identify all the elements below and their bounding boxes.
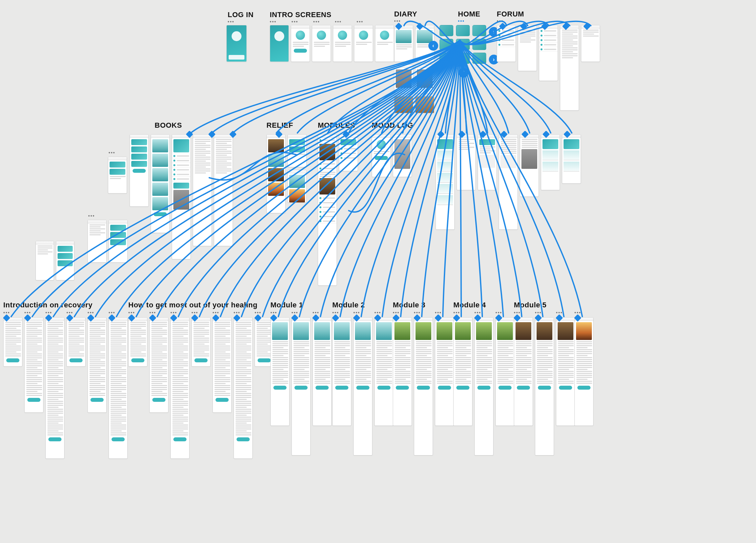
screen-modules-2[interactable] — [339, 134, 358, 171]
screen-intro-1[interactable] — [270, 25, 289, 62]
screen-diary-3[interactable] — [394, 64, 413, 93]
screen-books-b3[interactable] — [172, 134, 191, 259]
screen-diary-6[interactable] — [415, 96, 434, 113]
screen-module[interactable] — [3, 317, 22, 367]
screen-books-b4[interactable] — [193, 134, 212, 246]
screen-module[interactable] — [24, 317, 43, 413]
screen-books-a3[interactable] — [109, 220, 128, 262]
screen-module[interactable] — [234, 317, 253, 459]
screen-misc-2[interactable] — [56, 241, 74, 281]
section-label-moodlog: MOOD LOG — [372, 121, 413, 130]
screen-forum-4[interactable] — [560, 25, 579, 111]
ellipsis-icon: ••• — [335, 19, 342, 24]
screen-module[interactable] — [474, 317, 493, 456]
screen-forum-5[interactable] — [581, 25, 600, 62]
screen-mood-5[interactable] — [478, 134, 497, 190]
screen-module[interactable] — [514, 317, 533, 426]
screen-books-a2[interactable] — [88, 220, 107, 262]
home-hub[interactable]: › ‹ › ˄ — [440, 25, 489, 74]
screen-intro-2[interactable] — [291, 25, 310, 62]
screen-intro-4[interactable] — [333, 25, 352, 62]
screen-books-b2[interactable] — [151, 134, 170, 233]
screen-diary-5[interactable] — [394, 96, 413, 113]
flow-canvas[interactable]: LOG IN INTRO SCREENS DIARY HOME FORUM BO… — [0, 0, 756, 543]
screen-module[interactable] — [495, 317, 515, 426]
section-label-intro: INTRO SCREENS — [270, 11, 331, 19]
screen-module[interactable] — [191, 317, 211, 367]
screen-module[interactable] — [435, 317, 454, 426]
screen-modules-1[interactable] — [318, 134, 337, 286]
chevron-left-icon[interactable]: ‹ — [428, 41, 438, 51]
screen-module[interactable] — [414, 317, 433, 456]
screen-mood-1[interactable] — [372, 134, 391, 177]
screen-relief-2[interactable] — [288, 134, 307, 167]
screen-books-a1[interactable] — [108, 157, 127, 193]
screen-module[interactable] — [574, 317, 593, 426]
screen-login[interactable] — [226, 25, 247, 62]
screen-forum-3[interactable] — [539, 25, 558, 81]
section-label-login: LOG IN — [228, 11, 254, 19]
screen-module[interactable] — [393, 317, 412, 426]
connection-wires — [0, 0, 756, 543]
screen-module[interactable] — [270, 317, 290, 426]
ellipsis-icon: ••• — [458, 18, 465, 24]
section-label-mod3: Module 3 — [393, 301, 425, 309]
screen-mood-9[interactable] — [562, 134, 581, 184]
screen-forum-2[interactable] — [518, 25, 537, 71]
screen-diary-4[interactable] — [415, 64, 434, 93]
screen-module[interactable] — [45, 317, 64, 459]
section-label-forum: FORUM — [497, 10, 524, 18]
section-label-home: HOME — [458, 10, 480, 18]
screen-diary-1[interactable] — [394, 25, 413, 62]
screen-mood-4[interactable] — [457, 134, 476, 190]
ellipsis-icon: ••• — [270, 19, 277, 24]
section-label-relief: RELIEF — [266, 121, 293, 130]
ellipsis-icon: ••• — [357, 19, 364, 24]
chevron-up-icon[interactable]: ˄ — [459, 68, 468, 78]
screen-module[interactable] — [88, 317, 107, 413]
screen-module[interactable] — [353, 317, 372, 456]
screen-module[interactable] — [149, 317, 168, 413]
section-label-books: BOOKS — [155, 121, 182, 130]
screen-module[interactable] — [535, 317, 554, 456]
screen-mood-8[interactable] — [541, 134, 560, 190]
ellipsis-icon: ••• — [88, 213, 95, 218]
section-label-diary: DIARY — [394, 10, 417, 18]
ellipsis-icon: ••• — [291, 19, 298, 24]
screen-module[interactable] — [332, 317, 351, 426]
screen-module[interactable] — [556, 317, 575, 426]
ellipsis-icon: ••• — [313, 19, 320, 24]
section-label-howto: How to get most out of your healing — [128, 301, 258, 309]
ellipsis-icon: ••• — [109, 150, 115, 155]
screen-relief-3[interactable] — [288, 170, 307, 203]
screen-module[interactable] — [453, 317, 472, 426]
screen-books-b5[interactable] — [214, 134, 233, 246]
screen-misc-1[interactable] — [36, 241, 54, 281]
screen-module[interactable] — [66, 317, 86, 367]
section-label-modules: MODULES — [318, 121, 355, 130]
screen-mood-7[interactable] — [520, 134, 539, 197]
screen-mood-6[interactable] — [499, 134, 518, 230]
screen-module[interactable] — [109, 317, 128, 459]
screen-mood-3[interactable] — [436, 134, 455, 230]
screen-module[interactable] — [374, 317, 393, 426]
section-label-intro-recovery: Introduction on recovery — [3, 301, 92, 309]
ellipsis-icon: ••• — [394, 18, 401, 24]
screen-intro-3[interactable] — [312, 25, 331, 62]
section-label-mod1: Module 1 — [270, 301, 303, 309]
screen-books-b1[interactable] — [130, 134, 149, 207]
screen-mood-2[interactable] — [393, 134, 412, 177]
screen-module[interactable] — [213, 317, 232, 413]
screen-relief-1[interactable] — [266, 134, 286, 213]
ellipsis-icon: ••• — [228, 19, 235, 24]
screen-forum-1[interactable] — [497, 25, 516, 62]
screen-module[interactable] — [170, 317, 189, 459]
screen-module[interactable] — [291, 317, 311, 456]
section-label-mod5: Module 5 — [514, 301, 546, 309]
section-label-mod2: Module 2 — [332, 301, 365, 309]
screen-module[interactable] — [313, 317, 332, 426]
screen-module[interactable] — [128, 317, 147, 367]
screen-intro-6[interactable] — [375, 25, 394, 62]
section-label-mod4: Module 4 — [453, 301, 486, 309]
screen-intro-5[interactable] — [354, 25, 373, 62]
